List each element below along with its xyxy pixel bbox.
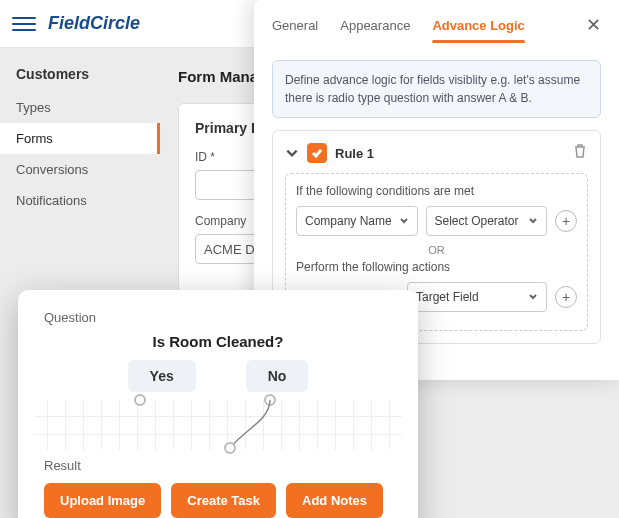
upload-image-button[interactable]: Upload Image	[44, 483, 161, 518]
operator-select-value: Select Operator	[435, 214, 519, 228]
sidebar-item-types[interactable]: Types	[0, 92, 160, 123]
target-field-select[interactable]: Target Field	[407, 282, 547, 312]
close-icon[interactable]: ✕	[586, 14, 601, 46]
chevron-down-icon	[528, 216, 538, 226]
tab-appearance[interactable]: Appearance	[340, 18, 410, 43]
answer-yes[interactable]: Yes	[128, 360, 196, 392]
or-label: OR	[296, 244, 577, 256]
tab-advance-logic[interactable]: Advance Logic	[432, 18, 524, 43]
info-banner: Define advance logic for fields visiblit…	[272, 60, 601, 118]
brand-logo: FieldCircle	[48, 13, 140, 34]
add-action-button[interactable]: +	[555, 286, 577, 308]
add-condition-button[interactable]: +	[555, 210, 577, 232]
operator-select[interactable]: Select Operator	[426, 206, 548, 236]
sidebar-title: Customers	[0, 56, 160, 92]
chevron-down-icon	[528, 292, 538, 302]
chevron-down-icon[interactable]	[285, 146, 299, 160]
add-notes-button[interactable]: Add Notes	[286, 483, 383, 518]
actions-title: Perform the following actions	[296, 260, 577, 274]
flow-canvas	[34, 400, 402, 450]
field-select[interactable]: Company Name	[296, 206, 418, 236]
panel-tabs: General Appearance Advance Logic ✕	[254, 0, 619, 46]
menu-icon[interactable]	[12, 12, 36, 36]
result-section-label: Result	[44, 458, 392, 473]
rule-name: Rule 1	[335, 146, 374, 161]
target-field-value: Target Field	[416, 290, 479, 304]
connector-dot	[224, 442, 236, 454]
connector-line	[34, 400, 402, 450]
question-card: Question Is Room Cleaned? Yes No Result …	[18, 290, 418, 518]
sidebar-item-conversions[interactable]: Conversions	[0, 154, 160, 185]
field-select-value: Company Name	[305, 214, 392, 228]
create-task-button[interactable]: Create Task	[171, 483, 276, 518]
answer-no[interactable]: No	[246, 360, 309, 392]
question-section-label: Question	[44, 310, 392, 325]
question-text: Is Room Cleaned?	[44, 333, 392, 350]
trash-icon[interactable]	[572, 143, 588, 163]
sidebar-item-forms[interactable]: Forms	[0, 123, 160, 154]
tab-general[interactable]: General	[272, 18, 318, 43]
sidebar-item-notifications[interactable]: Notifications	[0, 185, 160, 216]
chevron-down-icon	[399, 216, 409, 226]
conditions-title: If the following conditions are met	[296, 184, 577, 198]
rule-checkbox[interactable]	[307, 143, 327, 163]
